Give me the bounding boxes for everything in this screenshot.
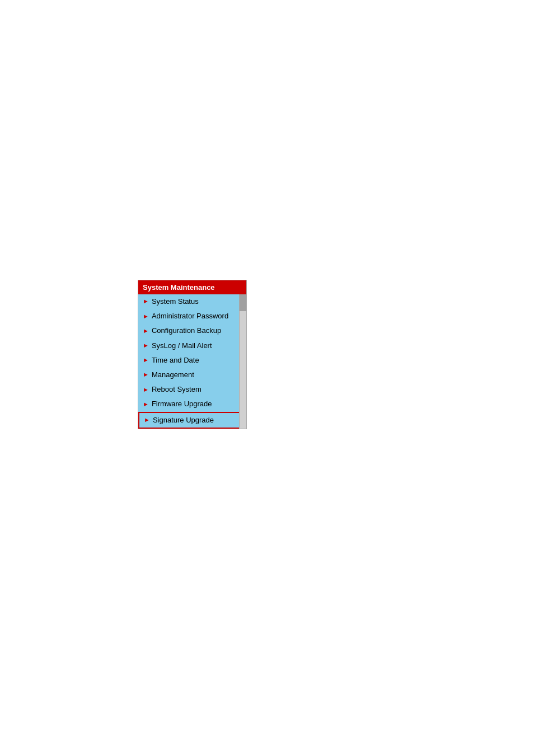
sidebar-item-label: Configuration Backup — [152, 326, 221, 336]
arrow-icon: ► — [143, 356, 149, 364]
sidebar-item-label: System Status — [152, 297, 199, 307]
arrow-icon: ► — [143, 312, 149, 321]
arrow-icon: ► — [144, 416, 150, 424]
sidebar-item-label: Time and Date — [152, 355, 199, 365]
sidebar-item-management[interactable]: ► Management — [138, 368, 246, 382]
sidebar-item-configuration-backup[interactable]: ► Configuration Backup — [138, 323, 246, 338]
sidebar-item-label: Administrator Password — [152, 311, 228, 321]
system-maintenance-menu: System Maintenance ► System Status ► Adm… — [138, 280, 247, 429]
sidebar-item-administrator-password[interactable]: ► Administrator Password — [138, 309, 246, 323]
arrow-icon: ► — [143, 341, 149, 350]
menu-list: ► System Status ► Administrator Password… — [138, 294, 246, 429]
arrow-icon: ► — [143, 327, 149, 335]
sidebar-item-reboot-system[interactable]: ► Reboot System — [138, 382, 246, 397]
arrow-icon: ► — [143, 400, 149, 408]
menu-header: System Maintenance — [138, 280, 246, 294]
sidebar-item-label: Management — [152, 370, 194, 380]
sidebar-item-system-status[interactable]: ► System Status — [138, 294, 246, 309]
scrollbar[interactable] — [239, 294, 246, 429]
arrow-icon: ► — [143, 297, 149, 306]
arrow-icon: ► — [143, 386, 149, 394]
scrollbar-thumb[interactable] — [240, 294, 246, 311]
sidebar-item-label: Firmware Upgrade — [152, 399, 212, 409]
sidebar-item-firmware-upgrade[interactable]: ► Firmware Upgrade — [138, 397, 246, 411]
sidebar-item-label: SysLog / Mail Alert — [152, 341, 212, 351]
menu-items-wrapper: ► System Status ► Administrator Password… — [138, 294, 246, 429]
arrow-icon: ► — [143, 370, 149, 379]
sidebar-item-signature-upgrade[interactable]: ► Signature Upgrade — [138, 412, 246, 429]
sidebar-item-label: Signature Upgrade — [153, 415, 214, 425]
sidebar-item-time-and-date[interactable]: ► Time and Date — [138, 353, 246, 368]
sidebar-item-label: Reboot System — [152, 384, 202, 395]
sidebar-item-syslog-mail-alert[interactable]: ► SysLog / Mail Alert — [138, 339, 246, 353]
